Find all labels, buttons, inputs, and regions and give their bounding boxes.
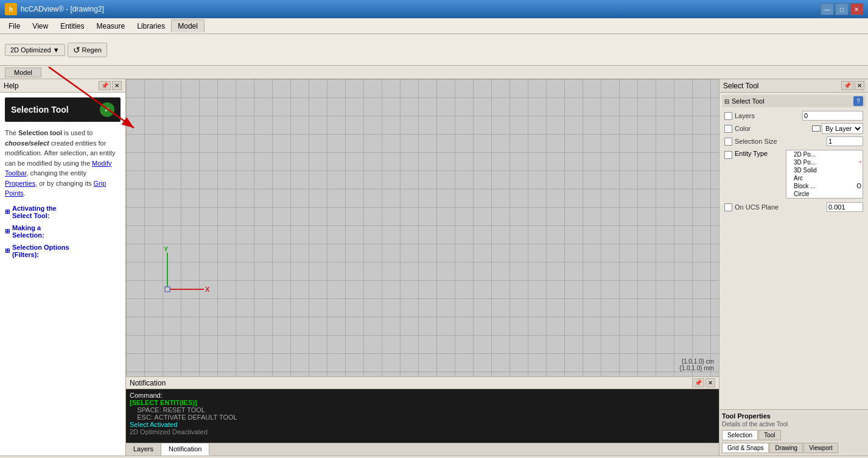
notification-header-buttons: 📌 ✕ — [692, 378, 715, 387]
entity-label-3dpo: 3D Po... — [794, 159, 816, 166]
menu-measure[interactable]: Measure — [91, 20, 131, 32]
entity-item-3dpo[interactable]: 3D Po... * — [786, 158, 863, 166]
tool-props-subtab-viewport[interactable]: Viewport — [803, 443, 838, 453]
entity-label-3dsolid: 3D Solid — [794, 167, 817, 174]
right-panel-header: Select Tool 📌 ✕ — [719, 79, 868, 93]
entity-item-arc[interactable]: Arc — [786, 174, 863, 182]
st-row-layers: Layers — [722, 110, 866, 122]
model-tab[interactable]: Model — [5, 68, 41, 77]
right-panel-close-button[interactable]: ✕ — [855, 81, 864, 90]
svg-rect-6 — [165, 287, 170, 292]
axes-svg: Y X — [163, 247, 211, 295]
tool-props-title: Tool Properties — [722, 412, 866, 420]
menu-view[interactable]: View — [26, 20, 54, 32]
tool-props-subtab-gridsnaps[interactable]: Grid & Snaps — [722, 443, 769, 453]
notif-status-2d: 2D Optimized Deactivated — [130, 428, 715, 435]
entity-item-circle[interactable]: Circle — [786, 190, 863, 198]
entity-label-arc: Arc — [794, 175, 803, 181]
entity-item-3dsolid[interactable]: 3D Solid — [786, 166, 863, 174]
tool-properties-section: Tool Properties Details of the active To… — [719, 409, 868, 456]
title-bar-left: h hcCADview® - [drawing2] — [5, 3, 821, 15]
notif-tab-notification[interactable]: Notification — [161, 443, 209, 456]
notification-pin-button[interactable]: 📌 — [692, 378, 704, 387]
entity-label-circle: Circle — [794, 191, 810, 197]
select-tool-panel-title: Select Tool — [723, 82, 758, 90]
st-label-ucsp: On UCS Plane — [735, 203, 824, 211]
menu-model[interactable]: Model — [171, 19, 205, 32]
maximize-button[interactable]: □ — [835, 3, 849, 15]
tool-props-tab-tool[interactable]: Tool — [758, 430, 780, 440]
right-panel: Select Tool 📌 ✕ ⊟ Select Tool ? Layers — [719, 79, 868, 456]
selection-tool-icon: ✓ — [100, 102, 114, 117]
tool-props-detail: Details of the active Tool — [722, 421, 866, 428]
tool-props-tab-selection[interactable]: Selection — [722, 430, 758, 440]
model-tab-bar: Model — [0, 66, 868, 79]
menu-entities[interactable]: Entities — [54, 20, 90, 32]
notif-command-label: Command: — [130, 392, 715, 399]
st-section-header: ⊟ Select Tool ? — [722, 95, 866, 107]
st-row-ucsp: On UCS Plane — [722, 201, 866, 213]
toolbar: 2D Optimized ▼ ↺ Regen — [0, 34, 868, 66]
st-checkbox-selsize[interactable] — [724, 138, 732, 146]
selection-tool-title: Selection Tool — [11, 105, 69, 114]
st-label-layers: Layers — [735, 112, 800, 119]
color-indicator — [812, 125, 821, 132]
selection-tool-header: Selection Tool ✓ — [5, 97, 121, 122]
st-checkbox-entitytype[interactable] — [724, 151, 732, 159]
snap-bar: ◉ Disabled □ End Point △ Mid Point ✕ Int… — [0, 456, 868, 458]
notification-tabs: Layers Notification — [126, 443, 719, 456]
help-panel-header: Help 📌 ✕ — [0, 79, 125, 93]
help-section-options-header[interactable]: ⊞ Selection Options(Filters): — [5, 244, 121, 258]
notification-panel: Notification 📌 ✕ Command: [SELECT ENTIT(… — [126, 376, 719, 456]
help-section-activate: ⊞ Activating theSelect Tool: — [5, 205, 121, 219]
st-input-ucsp[interactable] — [827, 202, 863, 212]
help-section-activate-header[interactable]: ⊞ Activating theSelect Tool: — [5, 205, 121, 219]
right-panel-pin-button[interactable]: 📌 — [841, 81, 853, 90]
entity-item-2dpo[interactable]: 2D Po... — [786, 150, 863, 158]
help-section-options: ⊞ Selection Options(Filters): — [5, 244, 121, 258]
notif-tab-layers[interactable]: Layers — [126, 443, 161, 456]
notification-title: Notification — [130, 379, 166, 387]
coords-display: {1.0,1.0} cm {1.0,1.0} mm — [679, 358, 714, 372]
st-input-selsize[interactable] — [827, 136, 863, 146]
st-label-color: Color — [735, 125, 810, 132]
notification-close-button[interactable]: ✕ — [705, 378, 715, 387]
view-dropdown-button[interactable]: 2D Optimized ▼ — [5, 44, 65, 56]
menu-file[interactable]: File — [2, 20, 26, 32]
st-row-selsize: Selection Size — [722, 135, 866, 147]
regen-button[interactable]: ↺ Regen — [68, 43, 107, 57]
modify-toolbar-link[interactable]: Modify Toolbar — [5, 160, 112, 177]
st-select-color[interactable]: By Layer — [822, 123, 863, 134]
properties-link[interactable]: Properties — [5, 180, 35, 187]
help-section-making-header[interactable]: ⊞ Making aSelection: — [5, 224, 121, 239]
st-checkbox-layers[interactable] — [724, 112, 732, 120]
entity-label-block: Block ... — [794, 183, 816, 189]
entity-value-block: O — [856, 183, 861, 189]
tool-props-subtab-drawing[interactable]: Drawing — [769, 443, 803, 453]
help-pin-button[interactable]: 📌 — [99, 81, 111, 90]
grid-lines — [126, 79, 719, 376]
menu-bar: File View Entities Measure Libraries Mod… — [0, 18, 868, 34]
st-panel-label: Select Tool — [732, 97, 851, 105]
entity-type-label: Entity Type — [735, 150, 783, 157]
entity-item-block[interactable]: Block ... O — [786, 182, 863, 190]
st-checkbox-color[interactable] — [724, 125, 732, 133]
minimize-button[interactable]: — — [821, 3, 834, 15]
right-panel-header-buttons: 📌 ✕ — [841, 81, 864, 90]
st-checkbox-ucsp[interactable] — [724, 203, 732, 211]
viewport[interactable]: Y X {1.0,1.0} cm {1.0,1.0} mm — [126, 79, 719, 376]
coords-mm: {1.0,1.0} mm — [679, 365, 714, 372]
st-label-selsize: Selection Size — [735, 138, 824, 145]
entity-type-list: 2D Po... 3D Po... * 3D Solid — [786, 150, 863, 199]
st-help-button[interactable]: ? — [853, 96, 863, 106]
help-close-button[interactable]: ✕ — [112, 81, 122, 90]
expand-icon-options: ⊞ — [5, 247, 10, 254]
menu-libraries[interactable]: Libraries — [131, 20, 171, 32]
main-layout: Help 📌 ✕ Selection Tool ✓ The Selection … — [0, 79, 868, 456]
expand-icon-activate: ⊞ — [5, 208, 10, 215]
st-input-layers[interactable] — [802, 111, 863, 121]
close-button[interactable]: ✕ — [850, 3, 863, 15]
canvas-area: Y X {1.0,1.0} cm {1.0,1.0} mm Notificati… — [126, 79, 719, 456]
st-collapse-icon: ⊟ — [724, 98, 729, 105]
app-icon: h — [5, 3, 17, 15]
